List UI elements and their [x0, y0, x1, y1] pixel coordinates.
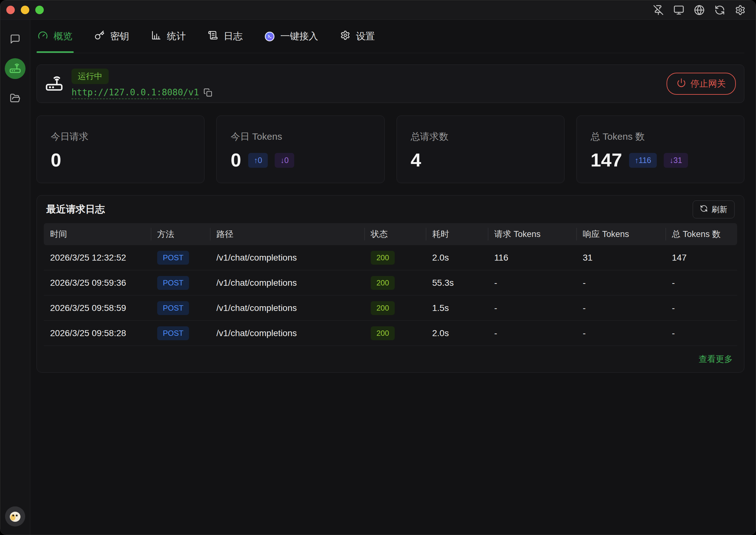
tab-overview[interactable]: 概览	[37, 20, 74, 53]
tab-label: 一键接入	[280, 30, 318, 43]
stat-card-total-requests: 总请求数 4	[397, 116, 564, 183]
input-tokens-badge: ↑0	[248, 153, 268, 168]
refresh-icon[interactable]	[714, 5, 725, 15]
refresh-label: 刷新	[711, 204, 727, 215]
stat-label: 总请求数	[411, 130, 550, 143]
tab-stats[interactable]: 统计	[150, 20, 187, 53]
cell-duration: 1.5s	[426, 303, 488, 313]
cell-time: 2026/3/25 12:32:52	[44, 253, 151, 263]
tab-bar: 概览 密钥 统计 日志	[37, 20, 744, 53]
table-row[interactable]: 2026/3/25 09:58:28 POST /v1/chat/complet…	[44, 321, 737, 346]
status-code-badge: 200	[371, 301, 395, 315]
tab-label: 日志	[224, 30, 243, 43]
logs-table: 时间 方法 路径 状态 耗时 请求 Tokens 响应 Tokens 总 Tok…	[44, 223, 737, 346]
stat-label: 总 Tokens 数	[590, 130, 730, 143]
cell-total-tokens: -	[666, 278, 737, 288]
cell-total-tokens: -	[666, 328, 737, 338]
cell-path: /v1/chat/completions	[210, 253, 364, 263]
cell-response-tokens: -	[576, 328, 666, 338]
col-time: 时间	[44, 229, 151, 240]
router-icon	[9, 62, 21, 75]
col-status: 状态	[364, 229, 426, 240]
cell-request-tokens: -	[488, 303, 576, 313]
tab-label: 概览	[53, 30, 73, 43]
stat-card-today-tokens: 今日 Tokens 0 ↑0 ↓0	[216, 116, 384, 183]
zoom-window-button[interactable]	[35, 6, 44, 14]
stop-gateway-label: 停止网关	[690, 78, 726, 90]
cell-time: 2026/3/25 09:58:28	[44, 328, 151, 338]
cell-response-tokens: 31	[576, 253, 666, 263]
tab-quick-connect[interactable]: 一键接入	[263, 20, 319, 53]
status-code-badge: 200	[371, 276, 395, 290]
gear-icon[interactable]	[735, 5, 745, 15]
col-method: 方法	[151, 229, 210, 240]
cell-path: /v1/chat/completions	[210, 328, 364, 338]
files-nav-button[interactable]	[10, 93, 20, 103]
pin-off-icon[interactable]	[653, 5, 664, 15]
view-more-link[interactable]: 查看更多	[699, 353, 733, 365]
left-rail	[0, 20, 30, 535]
col-request-tokens: 请求 Tokens	[488, 229, 576, 240]
owl-avatar-icon	[5, 506, 25, 526]
method-badge: POST	[157, 326, 189, 340]
tab-logs[interactable]: 日志	[207, 20, 244, 53]
cell-response-tokens: -	[576, 278, 666, 288]
tab-label: 密钥	[110, 30, 129, 43]
stat-label: 今日 Tokens	[230, 130, 370, 143]
logs-panel-title: 最近请求日志	[46, 203, 105, 216]
stat-cards: 今日请求 0 今日 Tokens 0 ↑0 ↓0 总请求数	[37, 116, 744, 183]
stat-value: 4	[411, 151, 421, 170]
cell-time: 2026/3/25 09:58:59	[44, 303, 151, 313]
minimize-window-button[interactable]	[21, 6, 29, 14]
status-code-badge: 200	[371, 326, 395, 340]
scroll-log-icon	[208, 30, 218, 42]
table-row[interactable]: 2026/3/25 12:32:52 POST /v1/chat/complet…	[44, 245, 737, 270]
tab-settings[interactable]: 设置	[339, 20, 376, 53]
col-duration: 耗时	[426, 229, 488, 240]
input-tokens-badge: ↑116	[629, 153, 657, 168]
stat-value: 0	[230, 151, 241, 170]
monitor-icon[interactable]	[674, 5, 684, 15]
stat-value: 0	[51, 151, 61, 170]
close-window-button[interactable]	[6, 6, 15, 14]
bar-chart-icon	[151, 30, 161, 42]
refresh-logs-button[interactable]: 刷新	[693, 201, 735, 218]
chat-bubble-icon	[10, 34, 20, 44]
stat-card-today-requests: 今日请求 0	[37, 116, 204, 183]
globe-icon[interactable]	[694, 5, 705, 15]
stat-value: 147	[590, 151, 622, 170]
status-badge: 运行中	[72, 69, 109, 84]
titlebar-actions	[653, 5, 756, 15]
cell-path: /v1/chat/completions	[210, 303, 364, 313]
chat-nav-button[interactable]	[10, 34, 20, 44]
titlebar	[0, 0, 756, 20]
copy-icon[interactable]	[203, 88, 212, 98]
gateway-url-link[interactable]: http://127.0.0.1:8080/v1	[72, 87, 199, 99]
cell-duration: 2.0s	[426, 328, 488, 338]
key-icon	[95, 30, 105, 42]
tab-label: 统计	[167, 30, 186, 43]
tab-label: 设置	[356, 30, 375, 43]
refresh-icon	[700, 205, 708, 214]
col-path: 路径	[210, 229, 364, 240]
main-content: 概览 密钥 统计 日志	[30, 20, 756, 535]
folder-open-icon	[10, 93, 20, 103]
assistant-avatar[interactable]	[5, 506, 25, 526]
traffic-lights	[0, 6, 44, 14]
gateway-nav-button-active[interactable]	[5, 58, 25, 79]
cell-request-tokens: -	[488, 278, 576, 288]
gear-icon	[340, 30, 350, 42]
app-window: 概览 密钥 统计 日志	[0, 0, 756, 535]
method-badge: POST	[157, 301, 189, 315]
table-row[interactable]: 2026/3/25 09:59:36 POST /v1/chat/complet…	[44, 270, 737, 296]
terminal-circle-icon	[265, 32, 275, 42]
method-badge: POST	[157, 251, 189, 265]
col-response-tokens: 响应 Tokens	[576, 229, 666, 240]
stop-gateway-button[interactable]: 停止网关	[667, 73, 736, 95]
table-row[interactable]: 2026/3/25 09:58:59 POST /v1/chat/complet…	[44, 296, 737, 321]
cell-path: /v1/chat/completions	[210, 278, 364, 288]
gateway-status-card: 运行中 http://127.0.0.1:8080/v1 停止网关	[37, 65, 744, 103]
cell-total-tokens: -	[666, 303, 737, 313]
tab-keys[interactable]: 密钥	[93, 20, 131, 53]
cell-duration: 55.3s	[426, 278, 488, 288]
